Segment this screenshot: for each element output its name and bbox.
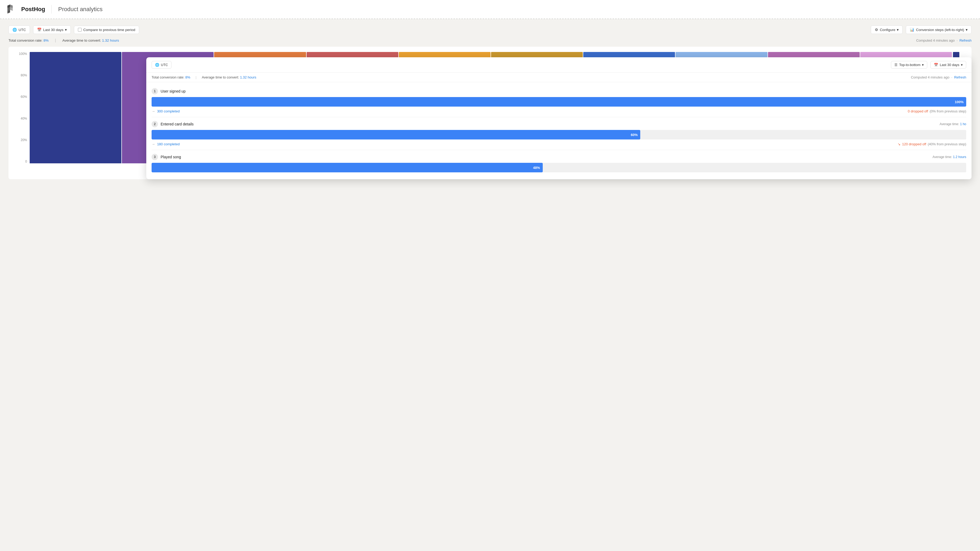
progress-bar-fill: 60%	[151, 130, 640, 140]
step-header: 3Played songAverage time: 1.2 hours	[151, 154, 966, 160]
overlay-avg-time-label: Average time to convert: 1.32 hours	[202, 75, 256, 79]
main-content: 🌐 UTC 📅 Last 30 days ▾ Compare to previo…	[0, 19, 980, 186]
dropped-section: 0 dropped off (0% from previous step)	[908, 109, 966, 113]
logo-text: PostHog	[21, 6, 45, 13]
stats-row: Total conversion rate: 8% | Average time…	[8, 38, 972, 42]
dropped-section: ↘ 120 dropped off (40% from previous ste…	[897, 142, 966, 146]
avg-time-label: Average time to convert: 1.32 hours	[62, 38, 119, 42]
funnel-step: 3Played songAverage time: 1.2 hours48%→ …	[151, 150, 966, 175]
funnel-step: 2Entered card detailsAverage time: 1 ho6…	[151, 117, 966, 150]
progress-bar-label: 60%	[631, 133, 638, 137]
app-header: PostHog Product analytics	[0, 0, 980, 19]
overlay-utc-button[interactable]: 🌐 UTC	[151, 61, 172, 68]
y-label-40: 40%	[21, 117, 27, 120]
y-label-80: 80%	[21, 73, 27, 77]
y-label-20: 20%	[21, 138, 27, 142]
overlay-orientation-label: Top-to-bottom	[899, 63, 920, 67]
funnel-overlay-panel: 🌐 UTC ☰ Top-to-bottom ▾ 📅 Last 30 days ▾	[146, 57, 972, 179]
date-range-button[interactable]: 📅 Last 30 days ▾	[33, 25, 71, 34]
configure-button[interactable]: ⚙ Configure ▾	[871, 25, 903, 34]
logo-area: PostHog	[6, 3, 45, 15]
step-header: 2Entered card detailsAverage time: 1 ho	[151, 121, 966, 127]
progress-bar-fill: 48%	[151, 163, 543, 172]
chevron-down-icon: ▾	[65, 27, 67, 32]
calendar-icon: 📅	[37, 27, 41, 32]
step-name: Entered card details	[161, 122, 194, 126]
dropped-text: 120 dropped off	[902, 142, 926, 146]
total-conversion-value: 8%	[43, 38, 49, 42]
completed-section: → 300 completed	[151, 109, 180, 113]
step-number: 3	[151, 154, 158, 160]
completed-text: 180 completed	[157, 142, 180, 146]
header-divider	[51, 5, 52, 14]
computed-text: Computed 4 minutes ago · Refresh	[916, 38, 972, 42]
arrow-icon: →	[151, 109, 155, 113]
posthog-logo-icon	[6, 3, 18, 15]
overlay-avg-time-value: 1.32 hours	[240, 75, 256, 79]
dropped-detail: (40% from previous step)	[928, 142, 966, 146]
y-label-100: 100%	[19, 52, 27, 56]
overlay-date-range-label: Last 30 days	[940, 63, 959, 67]
toolbar: 🌐 UTC 📅 Last 30 days ▾ Compare to previo…	[8, 25, 972, 34]
page-title: Product analytics	[58, 6, 103, 13]
overlay-orientation-button[interactable]: ☰ Top-to-bottom ▾	[891, 61, 927, 68]
arrow-icon: →	[151, 142, 155, 146]
overlay-toolbar: 🌐 UTC ☰ Top-to-bottom ▾ 📅 Last 30 days ▾	[146, 57, 972, 73]
chevron-down-icon: ▾	[966, 27, 967, 32]
funnel-step: 1User signed up100%→ 300 completed0 drop…	[151, 84, 966, 117]
step-avg-time-value: 1.2 hours	[953, 155, 966, 159]
globe-icon: 🌐	[155, 63, 159, 67]
conversion-steps-label: Conversion steps (left-to-right)	[916, 28, 964, 32]
y-label-0: 0	[25, 159, 27, 163]
stat-separator: |	[55, 38, 56, 42]
step-metrics: → 300 completed0 dropped off (0% from pr…	[151, 109, 966, 113]
utc-label: UTC	[19, 28, 26, 32]
avg-time-value: 1.32 hours	[102, 38, 119, 42]
step-avg-time-value: 1 ho	[960, 122, 966, 126]
progress-bar-fill: 100%	[151, 97, 966, 107]
y-label-60: 60%	[21, 95, 27, 99]
y-axis: 100% 80% 60% 40% 20% 0	[14, 52, 27, 163]
overlay-stats: Total conversion rate: 8% | Average time…	[146, 73, 972, 82]
step-avg-time: Average time: 1 ho	[939, 122, 966, 126]
configure-icon: ⚙	[875, 27, 878, 32]
completed-section: → 180 completed	[151, 142, 180, 146]
conversion-steps-button[interactable]: 📊 Conversion steps (left-to-right) ▾	[906, 25, 972, 34]
step-number: 1	[151, 88, 158, 94]
progress-bar-container: 100%	[151, 97, 966, 107]
configure-label: Configure	[880, 28, 896, 32]
dropped-text: 0 dropped off	[908, 109, 928, 113]
step-name: Played song	[161, 155, 181, 159]
progress-bar-label: 100%	[955, 100, 964, 104]
globe-icon: 🌐	[13, 27, 17, 32]
chevron-down-icon: ▾	[897, 27, 899, 32]
overlay-refresh-link[interactable]: Refresh	[954, 75, 966, 79]
compare-button[interactable]: Compare to previous time period	[74, 26, 139, 34]
overlay-conversion-value: 8%	[185, 75, 190, 79]
drop-arrow-icon: ↘	[897, 142, 900, 146]
orientation-icon: ☰	[894, 63, 897, 67]
bar	[30, 52, 121, 163]
overlay-utc-label: UTC	[161, 63, 168, 67]
overlay-conversion-label: Total conversion rate: 8%	[151, 75, 190, 79]
step-name: User signed up	[161, 89, 186, 93]
date-range-label: Last 30 days	[43, 28, 64, 32]
compare-label: Compare to previous time period	[83, 28, 135, 32]
completed-text: 300 completed	[157, 109, 180, 113]
overlay-date-range-button[interactable]: 📅 Last 30 days ▾	[931, 61, 966, 68]
step-metrics: → 180 completed↘ 120 dropped off (40% fr…	[151, 142, 966, 146]
step-header: 1User signed up	[151, 88, 966, 94]
dropped-detail: (0% from previous step)	[930, 109, 966, 113]
utc-button[interactable]: 🌐 UTC	[8, 25, 30, 34]
total-conversion-label: Total conversion rate: 8%	[8, 38, 49, 42]
step-number: 2	[151, 121, 158, 127]
overlay-stats-separator: |	[196, 75, 196, 79]
refresh-link[interactable]: Refresh	[959, 38, 972, 42]
overlay-computed-text: Computed 4 minutes ago · Refresh	[911, 75, 966, 79]
progress-bar-container: 48%	[151, 163, 966, 172]
step-avg-time: Average time: 1.2 hours	[932, 155, 966, 159]
checkbox-icon	[78, 28, 82, 32]
progress-bar-container: 60%	[151, 130, 966, 140]
chart-area: 100% 80% 60% 40% 20% 0	[8, 47, 972, 179]
steps-icon: 📊	[910, 27, 914, 32]
